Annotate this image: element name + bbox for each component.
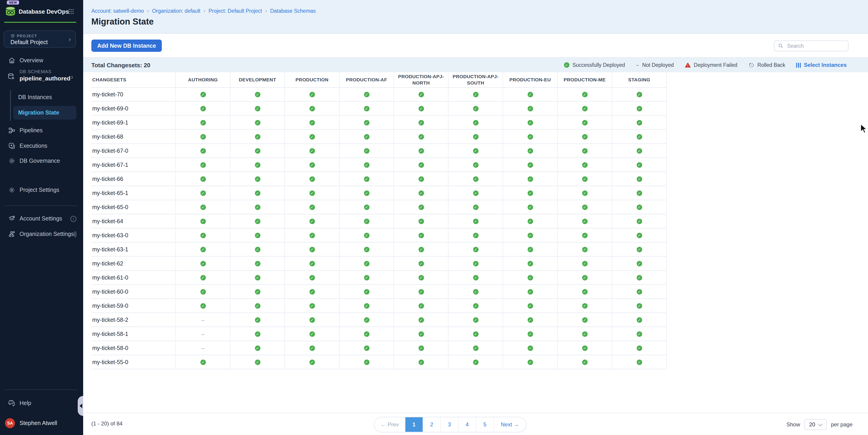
status-cell: ✓: [339, 130, 394, 143]
breadcrumb-account[interactable]: Account: satwell-demo: [91, 8, 144, 13]
status-cell: ✓: [558, 271, 612, 284]
search-box[interactable]: [774, 40, 848, 51]
page-size-select[interactable]: 20: [804, 419, 827, 430]
success-check-icon: ✓: [255, 92, 260, 97]
success-check-icon: ✓: [364, 120, 369, 125]
search-input[interactable]: [786, 43, 842, 49]
status-cell: ✓: [176, 257, 230, 270]
status-cell: ✓: [339, 215, 394, 228]
pager: ← Prev 12345 Next →: [374, 417, 526, 432]
success-check-icon: ✓: [418, 232, 424, 238]
success-check-icon: ✓: [364, 289, 369, 294]
status-cell: ✓: [176, 144, 230, 157]
status-cell: –: [176, 327, 230, 340]
sidebar-collapse-handle[interactable]: [78, 396, 83, 416]
success-check-icon: ✓: [527, 232, 533, 238]
success-check-icon: ✓: [582, 190, 587, 196]
status-cell: ✓: [612, 130, 667, 143]
status-cell: ✓: [339, 158, 394, 172]
sidebar: NEW Database DevOps: [0, 0, 83, 435]
success-check-icon: ✓: [582, 359, 587, 365]
not-deployed-dash: –: [201, 317, 204, 323]
status-cell: ✓: [448, 257, 503, 270]
table-row: my-ticket-63-0✓✓✓✓✓✓✓✓✓: [91, 229, 667, 243]
status-cell: ✓: [230, 341, 285, 354]
status-cell: ✓: [285, 102, 339, 115]
sidebar-item-overview[interactable]: Overview: [0, 54, 83, 67]
status-cell: ✓: [230, 130, 285, 143]
account-stack-icon: [8, 215, 16, 222]
sidebar-item-pipelines[interactable]: Pipelines: [0, 124, 83, 137]
page-button-4[interactable]: 4: [459, 417, 476, 432]
sidebar-item-account-settings[interactable]: Account Settings i: [0, 212, 83, 225]
column-header: PRODUCTION-APJ-SOUTH: [448, 72, 503, 87]
sidebar-item-db-schemas[interactable]: DB SCHEMAS pipeline_authored ›: [0, 69, 83, 85]
select-instances-button[interactable]: Select Instances: [796, 62, 847, 68]
page-button-2[interactable]: 2: [423, 417, 441, 432]
breadcrumb-project[interactable]: Project: Default Project: [209, 8, 262, 13]
success-check-icon: ✓: [255, 275, 260, 280]
breadcrumb-section[interactable]: Database Schemas: [270, 8, 316, 13]
success-check-icon: ✓: [309, 106, 315, 111]
status-cell: ✓: [558, 144, 612, 157]
success-check-icon: ✓: [200, 120, 206, 125]
column-header: PRODUCTION-AF: [339, 72, 394, 87]
success-check-icon: ✓: [473, 120, 478, 125]
status-cell: ✓: [285, 313, 339, 327]
info-icon[interactable]: i: [70, 216, 76, 222]
status-cell: ✓: [339, 88, 394, 101]
sidebar-item-migration-state[interactable]: Migration State: [13, 106, 76, 120]
success-check-icon: ✓: [473, 317, 478, 322]
status-cell: ✓: [448, 229, 503, 242]
success-check-icon: ✓: [200, 162, 206, 167]
breadcrumb-organization[interactable]: Organization: default: [152, 8, 200, 13]
status-cell: ✓: [285, 341, 339, 354]
breadcrumb-separator: ›: [204, 8, 206, 14]
page-size-control: Show 20 per page: [786, 413, 868, 435]
app-grid-icon[interactable]: [68, 8, 74, 17]
info-icon[interactable]: i: [74, 231, 76, 237]
status-cell: ✓: [558, 229, 612, 242]
sidebar-item-db-instances[interactable]: DB Instances: [13, 91, 76, 103]
status-cell: ✓: [176, 186, 230, 199]
success-check-icon: ✓: [473, 134, 478, 139]
sidebar-item-executions[interactable]: Executions: [0, 139, 83, 152]
success-check-icon: ✓: [473, 359, 478, 365]
project-selector[interactable]: PROJECT Default Project ›: [4, 30, 76, 48]
prev-page-button[interactable]: ← Prev: [374, 417, 405, 432]
status-cell: ✓: [176, 200, 230, 214]
status-cell: ✓: [339, 116, 394, 129]
status-cell: ✓: [558, 285, 612, 298]
status-cell: ✓: [503, 341, 558, 354]
status-cell: ✓: [503, 144, 558, 157]
success-check-icon: ✓: [637, 148, 642, 153]
status-cell: ✓: [394, 144, 448, 157]
success-check-icon: ✓: [637, 232, 642, 238]
table-row: my-ticket-62✓✓✓✓✓✓✓✓✓: [91, 257, 667, 271]
status-cell: ✓: [339, 341, 394, 354]
page-button-1[interactable]: 1: [405, 417, 423, 432]
success-check-icon: ✓: [473, 190, 478, 196]
success-check-icon: ✓: [255, 303, 260, 308]
status-cell: ✓: [394, 88, 448, 101]
success-check-icon: ✓: [255, 204, 260, 210]
success-check-icon: ✓: [418, 261, 424, 266]
add-db-instance-button[interactable]: Add New DB Instance: [91, 39, 162, 52]
legend-failed: Deployment Failed: [685, 62, 737, 68]
success-check-icon: ✓: [473, 148, 478, 153]
status-cell: ✓: [285, 355, 339, 369]
success-check-icon: ✓: [364, 148, 369, 153]
status-cell: ✓: [503, 327, 558, 340]
status-cell: ✓: [558, 116, 612, 129]
sidebar-item-help[interactable]: ? Help: [0, 397, 83, 409]
status-cell: ✓: [285, 130, 339, 143]
sidebar-item-db-governance[interactable]: DB Governance: [0, 155, 83, 167]
sidebar-item-organization-settings[interactable]: Organization Settings i: [0, 228, 83, 241]
page-button-5[interactable]: 5: [476, 417, 494, 432]
sidebar-item-project-settings[interactable]: Project Settings: [0, 184, 83, 196]
success-check-icon: ✓: [418, 345, 424, 351]
page-button-3[interactable]: 3: [441, 417, 459, 432]
user-menu[interactable]: SA Stephen Atwell: [0, 417, 83, 430]
next-page-button[interactable]: Next →: [494, 417, 526, 432]
status-cell: ✓: [612, 88, 667, 101]
